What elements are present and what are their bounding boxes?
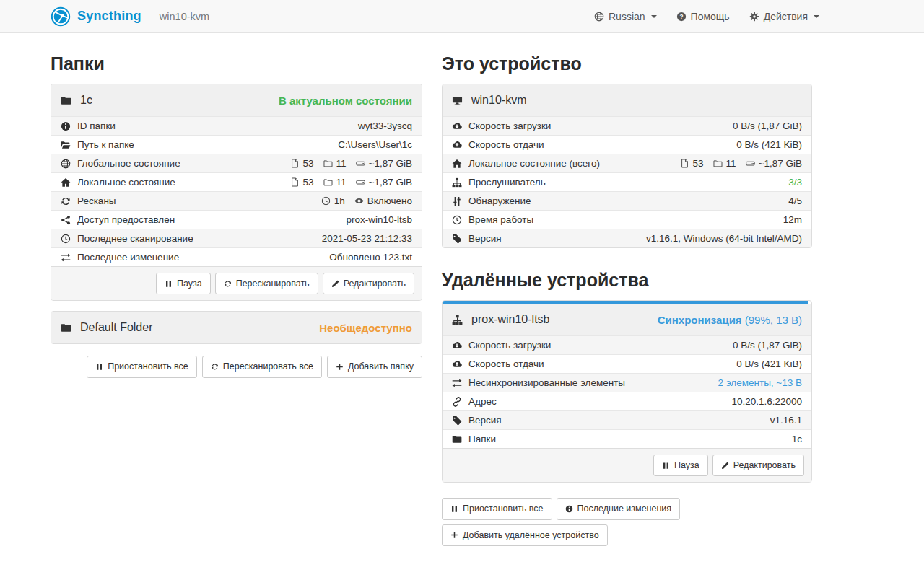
language-menu[interactable]: Russian <box>594 11 657 22</box>
actions-label: Действия <box>764 11 808 22</box>
cloud-upload-icon <box>452 140 462 150</box>
version-value: v1.16.1 <box>770 415 802 426</box>
sitemap-icon <box>452 315 463 325</box>
recent-changes-button[interactable]: Последние изменения <box>557 498 681 519</box>
gear-icon <box>749 12 759 22</box>
row-label: Скорость отдачи <box>468 359 544 369</box>
info-icon <box>565 505 573 513</box>
row-label: Скорость загрузки <box>468 340 551 351</box>
row-label: Путь к папке <box>77 139 134 150</box>
table-row: Доступ предоставлен prox-win10-ltsb <box>51 210 422 229</box>
folder-panel-header[interactable]: 1c В актуальном состоянии <box>51 84 422 116</box>
sliders-icon <box>452 196 462 206</box>
table-row: Скорость загрузки 0 B/s (1,87 GiB) <box>443 335 811 354</box>
device-panel-header[interactable]: win10-kvm <box>443 84 811 116</box>
pause-icon <box>662 462 670 470</box>
pencil-icon <box>721 462 729 470</box>
edit-device-button[interactable]: Редактировать <box>712 455 804 476</box>
row-label: Версия <box>468 233 502 244</box>
folder-icon <box>61 95 71 106</box>
folder-panel-header[interactable]: Default Folder Необщедоступно <box>51 312 422 343</box>
pause-all-folders-button[interactable]: Приостановить все <box>87 356 197 377</box>
home-icon <box>61 177 71 188</box>
remote-device-footer: Пауза Редактировать <box>443 448 811 482</box>
pause-icon <box>450 505 458 513</box>
add-folder-button[interactable]: Добавить папку <box>327 356 422 377</box>
cloud-download-icon <box>452 341 462 351</box>
remote-device-header[interactable]: prox-win10-ltsb Синхронизация (99%, 13 B… <box>443 304 811 335</box>
help-menu[interactable]: Помощь <box>676 11 730 22</box>
info-icon <box>61 121 71 131</box>
discovery-value: 4/5 <box>788 196 802 206</box>
this-device-panel: win10-kvm Скорость загрузки 0 B/s (1,87 … <box>442 84 812 248</box>
file-icon <box>680 159 689 168</box>
caret-down-icon <box>814 15 819 18</box>
row-label: Папки <box>468 434 496 444</box>
table-row: Адрес 10.20.1.6:22000 <box>443 392 811 410</box>
folder-panel-default: Default Folder Необщедоступно <box>51 311 422 344</box>
remote-devices-heading: Удалённые устройства <box>442 270 812 291</box>
local-state-total-value: 53 11 ~1,87 GiB <box>680 158 802 169</box>
last-scan-value: 2021-05-23 21:12:33 <box>322 233 412 244</box>
plus-icon <box>336 363 344 371</box>
folder-panel-footer: Пауза Пересканировать Редактировать <box>51 266 422 300</box>
pause-device-button[interactable]: Пауза <box>653 455 708 476</box>
row-label: ID папки <box>77 120 116 131</box>
row-label: Последнее сканирование <box>77 233 193 244</box>
row-label: Последнее изменение <box>77 252 179 263</box>
row-label: Время работы <box>468 214 533 225</box>
rescan-all-button[interactable]: Пересканировать все <box>202 356 322 377</box>
syncthing-brand[interactable]: Syncthing <box>51 6 141 27</box>
table-row: Версия v1.16.1 <box>443 410 811 429</box>
eye-icon <box>354 196 364 206</box>
folder-icon <box>452 434 462 444</box>
navbar: Syncthing win10-kvm Russian Помощь Дейст… <box>0 0 924 33</box>
table-row: Папки 1c <box>443 429 811 448</box>
refresh-icon <box>211 363 219 371</box>
remote-device-name: prox-win10-ltsb <box>471 313 549 326</box>
folder-icon <box>61 322 71 333</box>
address-value: 10.20.1.6:22000 <box>731 396 802 407</box>
hdd-icon <box>356 177 365 187</box>
rescan-folder-button[interactable]: Пересканировать <box>215 273 318 294</box>
actions-menu[interactable]: Действия <box>749 11 819 22</box>
row-label: Версия <box>468 415 502 426</box>
hdd-icon <box>746 159 755 168</box>
tag-icon <box>452 234 462 244</box>
globe-icon <box>594 12 604 22</box>
plus-icon <box>450 531 458 539</box>
upload-rate-value: 0 B/s (421 KiB) <box>736 139 802 150</box>
question-icon <box>676 12 687 22</box>
row-label: Прослушиватель <box>468 177 546 188</box>
row-label: Ресканы <box>77 196 116 206</box>
out-of-sync-items-link[interactable]: 2 элементы, ~13 B <box>718 377 802 388</box>
table-row: Последнее изменение Обновлено 123.txt <box>51 247 422 266</box>
folder-panel-1c: 1c В актуальном состоянии ID папки wyt33… <box>51 84 422 301</box>
row-label: Локальное состояние (всего) <box>468 158 600 169</box>
device-name: win10-kvm <box>471 94 526 107</box>
tag-icon <box>452 416 462 426</box>
table-row: Обнаружение 4/5 <box>443 191 811 210</box>
refresh-icon <box>61 196 71 206</box>
folders-heading: Папки <box>51 53 422 74</box>
pause-folder-button[interactable]: Пауза <box>156 273 211 294</box>
table-row: Локальное состояние 53 11 ~1,87 GiB <box>51 172 422 191</box>
table-row: Глобальное состояние 53 11 ~1,87 GiB <box>51 154 422 172</box>
pause-all-devices-button[interactable]: Приостановить все <box>442 498 552 519</box>
table-row: Путь к папке C:\Users\User\1c <box>51 135 422 154</box>
file-icon <box>290 159 300 168</box>
edit-folder-button[interactable]: Редактировать <box>323 273 414 294</box>
device-details-table: Скорость загрузки 0 B/s (1,87 GiB) Скоро… <box>443 116 811 247</box>
pause-icon <box>95 363 103 371</box>
cloud-upload-icon <box>452 359 462 369</box>
row-label: Адрес <box>468 396 497 407</box>
exchange-icon <box>61 253 71 263</box>
local-state-value: 53 11 ~1,87 GiB <box>290 177 412 188</box>
add-remote-device-button[interactable]: Добавить удалённое устройство <box>442 524 608 546</box>
remote-device-status-badge: Синхронизация (99%, 13 B) <box>658 314 802 326</box>
caret-down-icon <box>651 15 657 18</box>
refresh-icon <box>224 280 232 288</box>
folder-id-value: wyt33-3yscq <box>358 120 412 131</box>
global-state-value: 53 11 ~1,87 GiB <box>290 158 412 169</box>
home-icon <box>452 159 462 169</box>
